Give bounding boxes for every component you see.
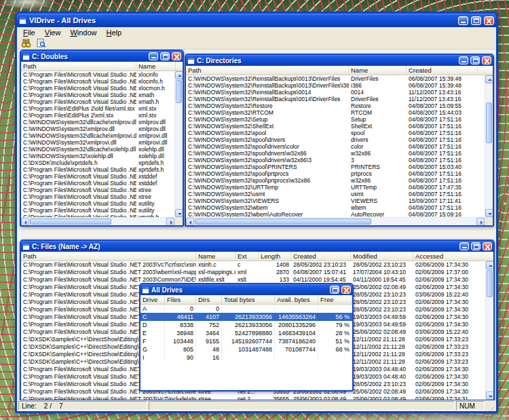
minimize-button[interactable] <box>459 242 469 250</box>
scroll-thumb[interactable] <box>30 218 111 225</box>
list-item[interactable]: C:\Program Files\Microsoft Visual Studio… <box>21 71 174 78</box>
drive-row[interactable]: F10344891551451926077447387418624051 % <box>140 337 352 345</box>
scroll-thumb[interactable] <box>176 80 182 103</box>
close-button[interactable] <box>172 52 181 60</box>
maximize-button[interactable] <box>330 286 339 294</box>
list-item[interactable]: C:\WINDOWS\system32\spool\PRINTERSPRINTE… <box>186 164 485 170</box>
list-item[interactable]: C:\Program Files\Microsoft Visual Studio… <box>21 98 174 105</box>
vertical-scrollbar[interactable] <box>485 261 493 400</box>
scroll-down-icon[interactable] <box>175 209 183 217</box>
list-item[interactable]: C:\Program Files\Microsoft Visual Studio… <box>21 396 485 400</box>
maximize-button[interactable] <box>470 56 480 64</box>
drive-row[interactable]: C464114107262139330561463556326456 % <box>140 313 352 321</box>
horizontal-scrollbar[interactable] <box>186 217 485 225</box>
directories-titlebar[interactable]: C: Directories <box>186 55 493 66</box>
column-header[interactable]: Free <box>318 295 352 304</box>
menu-item[interactable]: File <box>18 28 40 37</box>
maximize-button[interactable] <box>160 52 170 60</box>
scroll-right-icon[interactable] <box>476 218 485 225</box>
list-item[interactable]: C:\WINDOWS\system32\spoolspool04/08/2007… <box>186 130 485 136</box>
column-header[interactable]: Created <box>291 252 351 261</box>
list-item[interactable]: C:\WINDOWS\system32\ReinstallBackups\001… <box>186 82 485 89</box>
main-titlebar[interactable]: VIDrive - All Drives <box>17 14 496 27</box>
list-item[interactable]: C:\WINDOWS\system32\VIEWERSVIEWERS15/09/… <box>186 197 485 204</box>
doubles-titlebar[interactable]: C: Doubles <box>21 51 183 62</box>
list-item[interactable]: C:\Program Files\Microsoft Visual Studio… <box>21 193 174 200</box>
list-item[interactable]: C:\WINDOWS\system32\wbem\AutoRecoverAuto… <box>186 211 485 217</box>
column-header[interactable]: Modified <box>351 252 413 261</box>
list-item[interactable]: C:\WINDOWS\system32\xolehlp.dllxolehlp.d… <box>21 153 174 159</box>
list-item[interactable]: C:\Program Files\Microsoft Visual Studio… <box>21 269 485 276</box>
vertical-scrollbar[interactable] <box>174 71 183 217</box>
scroll-up-icon[interactable] <box>486 261 493 269</box>
list-item[interactable]: C:\WINDOWS\system32\spool\prtprocs\w32x8… <box>186 177 485 184</box>
list-item[interactable]: C:\Program Files\Microsoft Visual Studio… <box>21 261 485 269</box>
find-doubles-button[interactable] <box>20 38 32 49</box>
close-button[interactable] <box>484 16 494 25</box>
list-item[interactable]: C:\Program Files\EditPlus 2\old files\xm… <box>21 105 174 112</box>
list-item[interactable]: C:\DXSDK\Include\xprtdefs.hxprtdefs.h <box>21 159 174 166</box>
drive-row[interactable]: A00 <box>140 305 352 313</box>
close-button[interactable] <box>341 286 351 294</box>
menu-item[interactable]: Window <box>65 28 101 37</box>
list-item[interactable]: C:\WINDOWS\system32\RestoreRestore04/08/… <box>186 102 485 109</box>
scroll-right-icon[interactable] <box>166 218 174 225</box>
list-item[interactable]: C:\WINDOWS\system32\spool\drivers\w32x86… <box>186 150 485 157</box>
drive-row[interactable]: E389483464524278988801468343910428 % <box>140 329 352 337</box>
list-item[interactable]: C:\WINDOWS\system32\xmlprov.dllxmlprov.d… <box>21 126 174 132</box>
list-item[interactable]: C:\Program Files\Microsoft Visual Studio… <box>21 92 174 98</box>
list-item[interactable]: C:\WINDOWS\system32\spool\drivers\w32x86… <box>186 157 485 164</box>
list-item[interactable]: C:\WINDOWS\system32\usmtusmt04/08/2007 1… <box>186 191 485 197</box>
column-header[interactable]: Path <box>186 66 349 75</box>
list-item[interactable]: C:\WINDOWS\system32\ReinstallBackups\001… <box>186 89 485 96</box>
list-item[interactable]: C:\Program Files\Microsoft Visual Studio… <box>21 166 174 173</box>
column-header[interactable]: Accessed <box>413 252 493 261</box>
column-header[interactable]: Path <box>21 62 136 71</box>
list-item[interactable]: C:\Program Files\Microsoft Visual Studio… <box>21 85 174 92</box>
list-item[interactable]: C:\WINDOWS\system32\RTCOMRTCOM04/08/2007… <box>186 109 485 116</box>
scroll-left-icon[interactable] <box>21 218 29 225</box>
close-button[interactable] <box>483 242 492 250</box>
files-titlebar[interactable]: C: Files (Name -> AZ) <box>21 241 493 252</box>
drive-row[interactable]: I9016 <box>140 354 352 362</box>
scroll-left-icon[interactable] <box>186 218 194 225</box>
drive-row[interactable]: D8338752262139330562080133529679 % <box>140 321 352 329</box>
scroll-thumb[interactable] <box>486 102 492 143</box>
scroll-thumb[interactable] <box>195 218 371 225</box>
drives-titlebar[interactable]: All Drives <box>140 284 352 295</box>
list-item[interactable]: C:\WINDOWS\system32\spool\drivers\colorc… <box>186 143 485 150</box>
drive-info-button[interactable] <box>35 38 47 49</box>
column-header[interactable]: Name <box>349 66 407 75</box>
list-item[interactable]: C:\WINDOWS\system32\spool\driversdrivers… <box>186 136 485 143</box>
list-item[interactable]: C:\WINDOWS\system32\spool\prtprocsprtpro… <box>186 170 485 177</box>
list-item[interactable]: C:\Program Files\EditPlus 2\xml.stxxml.s… <box>21 112 174 119</box>
list-item[interactable]: C:\WINDOWS\system32\ShellExtShellExt04/0… <box>186 123 485 130</box>
column-header[interactable]: Length <box>259 252 291 261</box>
column-header[interactable]: Name <box>136 62 176 71</box>
menu-item[interactable]: View <box>40 28 66 37</box>
list-item[interactable]: C:\Program Files\Microsoft Visual Studio… <box>21 78 174 85</box>
column-header[interactable]: Drive <box>140 295 165 304</box>
scroll-up-icon[interactable] <box>175 71 183 79</box>
column-header[interactable]: Dirs <box>196 295 222 304</box>
column-header[interactable]: Avail. bytes <box>275 295 318 304</box>
list-item[interactable]: C:\WINDOWS\system32\SetupSetup04/08/2007… <box>186 116 485 123</box>
minimize-button[interactable] <box>149 52 158 60</box>
minimize-button[interactable] <box>459 56 468 64</box>
maximize-button[interactable] <box>471 242 480 250</box>
list-item[interactable]: C:\WINDOWS\system32\ReinstallBackups\001… <box>186 96 485 102</box>
maximize-button[interactable] <box>471 16 481 25</box>
list-item[interactable]: C:\Program Files\Microsoft Visual Studio… <box>21 207 174 214</box>
column-header[interactable]: Total bytes <box>222 295 275 304</box>
list-item[interactable]: C:\Program Files\Microsoft Visual Studio… <box>21 180 174 187</box>
column-header[interactable]: Files <box>165 295 196 304</box>
drive-row[interactable]: G80548103148748870108774468 % <box>140 345 352 354</box>
resize-grip[interactable] <box>486 401 495 411</box>
close-button[interactable] <box>482 56 491 64</box>
minimize-button[interactable] <box>458 16 468 25</box>
list-item[interactable]: C:\Program Files\Microsoft Visual Studio… <box>21 200 174 207</box>
column-header[interactable]: Ext <box>235 252 259 261</box>
list-item[interactable]: C:\WINDOWS\system32\URTTempURTTemp04/08/… <box>186 184 485 191</box>
list-item[interactable]: C:\Program Files\Microsoft Visual Studio… <box>21 187 174 193</box>
list-item[interactable]: C:\WINDOWS\system32\dllcache\xmlprovi.dl… <box>21 132 174 139</box>
